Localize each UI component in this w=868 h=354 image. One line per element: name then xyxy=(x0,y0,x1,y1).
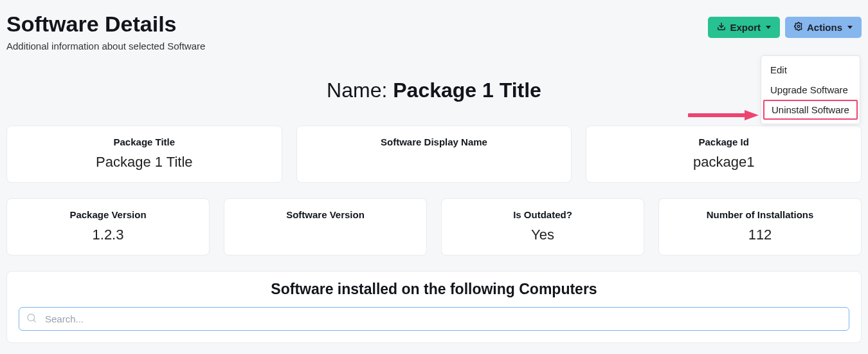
card-label: Package Id xyxy=(593,136,854,147)
card-label: Software Display Name xyxy=(303,136,565,147)
search-input[interactable] xyxy=(19,307,849,331)
card-value: package1 xyxy=(593,154,854,171)
dropdown-item-upgrade[interactable]: Upgrade Software xyxy=(761,80,860,100)
card-value: 1.2.3 xyxy=(14,227,203,243)
export-label: Export xyxy=(730,22,761,33)
card-label: Is Outdated? xyxy=(448,209,637,220)
dropdown-item-edit[interactable]: Edit xyxy=(761,60,860,80)
card-package-id: Package Id package1 xyxy=(586,126,862,183)
card-label: Package Title xyxy=(14,136,275,147)
software-name-heading: Name: Package 1 Title xyxy=(6,79,862,102)
card-installations: Number of Installations 112 xyxy=(658,198,862,256)
actions-label: Actions xyxy=(807,22,842,33)
annotation-arrow-icon xyxy=(688,109,759,124)
computers-title: Software installed on the following Comp… xyxy=(19,281,849,298)
svg-point-1 xyxy=(797,25,800,28)
name-prefix: Name: xyxy=(327,79,393,102)
card-software-display-name: Software Display Name xyxy=(296,126,572,183)
search-icon xyxy=(26,313,37,326)
card-package-version: Package Version 1.2.3 xyxy=(6,198,210,256)
card-label: Number of Installations xyxy=(665,209,854,220)
svg-line-3 xyxy=(33,320,35,322)
actions-button[interactable]: Actions xyxy=(785,17,862,38)
actions-dropdown: Edit Upgrade Software Uninstall Software xyxy=(761,55,860,124)
page-title: Software Details xyxy=(6,12,205,37)
page-subtitle: Additional information about selected So… xyxy=(6,41,205,51)
card-value: Yes xyxy=(448,227,637,243)
dropdown-item-uninstall[interactable]: Uninstall Software xyxy=(763,100,858,120)
card-package-title: Package Title Package 1 Title xyxy=(6,126,282,183)
card-label: Package Version xyxy=(14,209,203,220)
card-software-version: Software Version xyxy=(224,198,427,256)
export-button[interactable]: Export xyxy=(708,17,780,38)
name-value: Package 1 Title xyxy=(393,79,541,102)
computers-panel: Software installed on the following Comp… xyxy=(6,271,862,343)
svg-marker-5 xyxy=(745,110,759,120)
card-is-outdated: Is Outdated? Yes xyxy=(441,198,644,256)
card-label: Software Version xyxy=(231,209,420,220)
gear-icon xyxy=(794,22,803,33)
card-value: 112 xyxy=(665,227,854,243)
card-value: Package 1 Title xyxy=(14,154,275,171)
caret-down-icon xyxy=(766,26,771,29)
caret-down-icon xyxy=(847,26,853,29)
download-icon xyxy=(717,22,726,33)
